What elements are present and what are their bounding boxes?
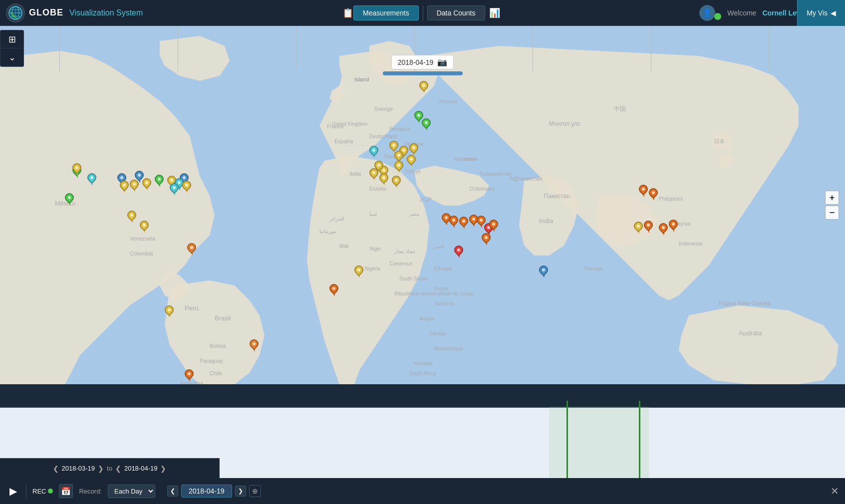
date-display-box: 2018-04-19 📷: [391, 55, 454, 69]
svg-text:Colombia: Colombia: [130, 251, 153, 256]
svg-text:España: España: [334, 138, 353, 144]
zoom-out-button[interactable]: −: [825, 206, 839, 220]
logo-area: GLOBE Visualization System: [0, 3, 149, 22]
svg-text:O'zbekiston: O'zbekiston: [469, 186, 495, 192]
svg-text:Монгол улс: Монгол улс: [549, 120, 580, 127]
map-pin-p2[interactable]: [87, 173, 97, 185]
map-pin-p47[interactable]: [539, 265, 549, 277]
svg-text:Tanzania: Tanzania: [434, 301, 454, 306]
lock-badge: [714, 13, 721, 20]
calendar-button[interactable]: 📅: [59, 484, 73, 498]
map-pin-p48[interactable]: [639, 185, 649, 197]
map-pin-p40[interactable]: [459, 217, 469, 229]
map-pin-p8[interactable]: [142, 178, 152, 190]
zoom-in-button[interactable]: +: [825, 191, 839, 205]
svg-text:Deutschland: Deutschland: [369, 134, 397, 139]
date-next-arrow[interactable]: ❯: [235, 486, 246, 497]
svg-text:موريتانيا: موريتانيا: [319, 229, 336, 235]
map-pin-p16[interactable]: [127, 211, 137, 223]
map-pin-p23[interactable]: [329, 284, 339, 296]
svg-text:Sverige: Sverige: [584, 265, 602, 271]
map-pin-p5[interactable]: [72, 163, 82, 175]
avatar: 👤: [699, 5, 715, 21]
svg-text:Sverige: Sverige: [374, 106, 393, 112]
timeline-bar: ▶ REC 📅 Record: Each Day ❮ 2018-04-19 ❯ …: [0, 478, 845, 504]
my-vis-button[interactable]: My Vis ◀: [797, 0, 845, 26]
date-prev-arrow[interactable]: ❮: [167, 486, 178, 497]
range-to-label: to: [107, 465, 112, 472]
crosshair-button[interactable]: ⊕: [249, 485, 261, 497]
map-pin-p34[interactable]: [379, 173, 389, 185]
map-pin-p20[interactable]: [250, 339, 260, 351]
map-pin-p46[interactable]: [482, 233, 492, 245]
svg-text:اليمن: اليمن: [433, 244, 444, 250]
map-pin-p15[interactable]: [65, 193, 75, 205]
svg-text:日本: 日本: [714, 138, 725, 144]
svg-text:Paraguay: Paraguay: [200, 358, 224, 364]
svg-text:Namibia: Namibia: [414, 361, 433, 366]
zoom-controls: + −: [825, 191, 839, 220]
layers-expand-button[interactable]: ⌄: [0, 48, 23, 66]
map-pin-p19[interactable]: [165, 305, 175, 317]
map-pin-p37[interactable]: [369, 168, 379, 180]
svg-text:Ethiopia: Ethiopia: [434, 266, 453, 271]
layers-button[interactable]: ⊞: [0, 30, 23, 48]
svg-text:South Africa: South Africa: [409, 371, 436, 376]
rec-dot: [48, 489, 53, 494]
globe-logo: [6, 3, 25, 22]
map-container[interactable]: México Venezuela Colombia Perú Brasil Bo…: [0, 26, 845, 384]
range-start-date: 2018-03-19: [62, 465, 95, 472]
map-pin-p33[interactable]: [394, 161, 404, 173]
timeline-marker-start: [566, 401, 568, 478]
layers-icon: ⊞: [8, 34, 16, 45]
map-pin-p53[interactable]: [634, 222, 644, 234]
map-pin-p50[interactable]: [659, 223, 669, 235]
range-start-next-arrow[interactable]: ❯: [98, 465, 104, 473]
timeline-close-button[interactable]: ✕: [831, 485, 839, 497]
map-pin-p35[interactable]: [392, 176, 402, 188]
rec-label: REC: [32, 488, 46, 495]
svg-text:Пакистан: Пакистан: [544, 193, 570, 200]
svg-text:Philippines: Philippines: [659, 196, 683, 202]
range-end-prev-arrow[interactable]: ❮: [115, 465, 121, 473]
map-pin-p18[interactable]: [187, 243, 197, 255]
map-pin-p22[interactable]: [354, 265, 364, 277]
map-pin-p26[interactable]: [422, 118, 432, 130]
map-pin-p17[interactable]: [140, 221, 150, 233]
svg-text:South Sudan: South Sudan: [399, 276, 428, 281]
data-counts-button[interactable]: Data Counts: [427, 5, 485, 20]
map-pin-p54[interactable]: [369, 146, 379, 158]
welcome-label: Welcome: [727, 9, 756, 17]
map-pin-p9[interactable]: [155, 175, 165, 187]
record-select[interactable]: Each Day: [108, 485, 155, 498]
map-pin-p39[interactable]: [449, 216, 459, 228]
range-start-prev-arrow[interactable]: ❮: [53, 465, 59, 473]
map-pin-p49[interactable]: [649, 188, 659, 200]
timeline-marker-end: [639, 401, 640, 478]
svg-text:Türkiye: Türkiye: [404, 169, 421, 174]
map-pin-p51[interactable]: [669, 220, 679, 232]
map-pin-p45[interactable]: [454, 246, 464, 257]
map-pin-p44[interactable]: [489, 220, 499, 232]
svg-text:Papua New Guinea: Papua New Guinea: [719, 300, 771, 307]
range-end-next-arrow[interactable]: ❯: [160, 465, 166, 473]
measurements-icon: 📋: [342, 7, 353, 18]
svg-text:Perú: Perú: [185, 304, 198, 312]
svg-text:الجزائر: الجزائر: [329, 216, 344, 222]
play-button[interactable]: ▶: [6, 484, 20, 498]
map-pin-p52[interactable]: [644, 221, 654, 233]
map-pin-p7[interactable]: [130, 180, 140, 192]
svg-text:مصر: مصر: [409, 211, 419, 217]
map-pin-p31[interactable]: [407, 155, 417, 167]
map-pin-p13[interactable]: [170, 183, 180, 195]
measurements-button[interactable]: Measurements: [353, 5, 419, 20]
map-pin-p21[interactable]: [185, 369, 195, 381]
map-pin-p14[interactable]: [182, 181, 192, 193]
svg-text:République démocratique du Con: République démocratique du Congo: [394, 291, 475, 296]
map-pin-p29[interactable]: [409, 143, 419, 155]
map-pin-p24[interactable]: [419, 81, 429, 93]
map-pin-p6[interactable]: [120, 181, 130, 193]
my-vis-chevron: ◀: [831, 9, 836, 17]
svg-text:Афганистан: Афганистан: [509, 175, 543, 182]
date-progress-bar[interactable]: [383, 71, 463, 75]
